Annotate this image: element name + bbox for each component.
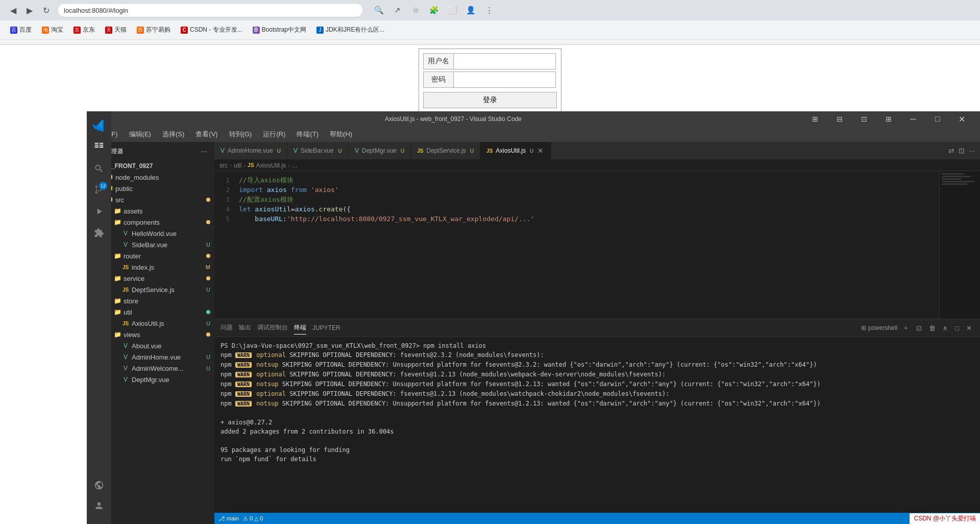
tab-adminhome-modified: U bbox=[277, 148, 281, 154]
tree-components-dot bbox=[206, 220, 210, 224]
bookmark-button[interactable]: ☆ bbox=[408, 3, 423, 17]
menu-help[interactable]: 帮助(H) bbox=[325, 128, 357, 141]
tab-adminhome-label: AdminHome.vue bbox=[228, 147, 273, 154]
login-button[interactable]: 登录 bbox=[423, 92, 557, 108]
bookmark-suning[interactable]: 苏 苏宁易购 bbox=[133, 23, 175, 36]
menu-edit[interactable]: 编辑(E) bbox=[124, 128, 156, 141]
vscode-minimize-btn[interactable]: ─ bbox=[901, 111, 925, 127]
bookmark-jdk[interactable]: J JDK和JRE有什么区... bbox=[312, 23, 388, 36]
vscode-split-btn[interactable]: ⊡ bbox=[852, 111, 876, 127]
terminal-tab-jupyter[interactable]: JUPYTER bbox=[312, 322, 340, 334]
bookmark-tmall[interactable]: 天 天猫 bbox=[101, 23, 131, 36]
warn-badge-5: WARN bbox=[235, 391, 252, 397]
menu-run[interactable]: 运行(R) bbox=[258, 128, 290, 141]
tab-deptservice[interactable]: JS DeptService.js U bbox=[411, 142, 480, 159]
terminal-tab-problems[interactable]: 问题 bbox=[220, 321, 233, 335]
code-editor-wrapper: 1 2 3 4 5 //导入axios模块 import axios from … bbox=[214, 171, 980, 319]
bookmark-csdn[interactable]: C CSDN - 专业开发... bbox=[177, 23, 247, 36]
terminal-add-btn[interactable]: ＋ bbox=[900, 322, 911, 334]
tree-helloworld-arrow bbox=[113, 229, 121, 237]
bookmark-baidu-icon: 百 bbox=[10, 27, 17, 34]
zoom-button[interactable]: 🔍 bbox=[372, 3, 386, 17]
terminal-tab-debug[interactable]: 调试控制台 bbox=[257, 321, 288, 335]
extension-button[interactable]: 🧩 bbox=[427, 3, 441, 17]
bookmark-baidu[interactable]: 百 百度 bbox=[6, 23, 36, 36]
compare-btn[interactable]: ⇄ bbox=[947, 146, 955, 156]
menu-terminal[interactable]: 终端(T) bbox=[291, 128, 324, 141]
breadcrumb-src: src bbox=[219, 162, 228, 169]
line-numbers: 1 2 3 4 5 bbox=[214, 171, 235, 319]
tab-axiosutil-close[interactable]: ✕ bbox=[536, 147, 545, 155]
password-input[interactable] bbox=[454, 72, 556, 88]
address-bar[interactable]: localhost:8080/#/login bbox=[57, 3, 363, 17]
tree-components-icon: 📁 bbox=[113, 218, 121, 226]
activity-account[interactable] bbox=[89, 495, 109, 516]
vscode-layout2-btn[interactable]: ⊟ bbox=[828, 111, 851, 127]
activity-remote-btn[interactable] bbox=[89, 475, 109, 495]
tab-deptservice-label: DeptService.js bbox=[427, 147, 466, 154]
share-button[interactable]: ↗ bbox=[390, 3, 404, 17]
vscode-logo[interactable] bbox=[89, 115, 109, 136]
terminal-up-btn[interactable]: ∧ bbox=[941, 323, 950, 333]
vscode-close-btn[interactable]: ✕ bbox=[950, 111, 974, 127]
breadcrumb: src › util › JS AxiosUtil.js › ... bbox=[214, 160, 980, 171]
tab-more-btn[interactable]: ··· bbox=[968, 146, 976, 156]
tree-sidebar-vue-arrow bbox=[113, 241, 121, 249]
menu-selection[interactable]: 选择(S) bbox=[157, 128, 189, 141]
tree-about-vue-arrow bbox=[113, 342, 121, 350]
forward-button[interactable]: ▶ bbox=[22, 3, 37, 17]
code-editor[interactable]: 1 2 3 4 5 //导入axios模块 import axios from … bbox=[214, 171, 939, 319]
split-editor-btn[interactable]: ⊡ bbox=[958, 146, 966, 156]
bookmarks-bar: 百 百度 淘 淘宝 京 京东 天 天猫 苏 苏宁易购 C CSDN - 专业开发… bbox=[0, 20, 980, 40]
activity-search[interactable] bbox=[89, 158, 109, 179]
menu-button[interactable]: ⋮ bbox=[482, 3, 496, 17]
terminal-shell-name: powershell bbox=[868, 324, 897, 331]
activity-run[interactable] bbox=[89, 201, 109, 222]
sidebar-more-btn[interactable]: ··· bbox=[200, 146, 208, 156]
breadcrumb-js-icon: JS bbox=[248, 162, 254, 168]
tree-service-icon: 📁 bbox=[113, 274, 121, 282]
terminal-split-btn[interactable]: ⊡ bbox=[914, 323, 924, 333]
tree-axiosutil-js-icon: JS bbox=[121, 319, 130, 327]
mini-line-3 bbox=[942, 178, 962, 180]
bookmark-bootstrap[interactable]: B Bootstrap中文网 bbox=[249, 23, 310, 36]
terminal-tab-output[interactable]: 输出 bbox=[239, 321, 251, 335]
username-input[interactable] bbox=[454, 53, 556, 69]
terminal-close-btn[interactable]: ✕ bbox=[964, 323, 974, 333]
terminal-tab-terminal[interactable]: 终端 bbox=[294, 321, 306, 335]
terminal-maximize-btn[interactable]: □ bbox=[953, 323, 961, 333]
tab-axiosutil[interactable]: JS AxiosUtil.js U ✕ bbox=[480, 142, 551, 159]
terminal-trash-btn[interactable]: 🗑 bbox=[927, 323, 938, 333]
tree-adminwelcome-vue-suffix: U bbox=[206, 365, 210, 371]
editor-area: V AdminHome.vue U V SideBar.vue U V Dept… bbox=[214, 142, 980, 524]
tab-axiosutil-modified: U bbox=[530, 148, 533, 154]
code-content[interactable]: //导入axios模块 import axios from 'axios' //… bbox=[235, 171, 939, 319]
tree-adminwelcome-vue-label: AdminWelcome... bbox=[132, 365, 204, 372]
mini-line-5 bbox=[942, 183, 967, 185]
status-errors: ⚠ 0 △ 0 bbox=[243, 515, 263, 522]
breadcrumb-sep3: › bbox=[288, 162, 290, 169]
reload-button[interactable]: ↻ bbox=[39, 3, 53, 17]
tab-deptmgr[interactable]: V DeptMgr.vue U bbox=[349, 142, 411, 159]
menu-goto[interactable]: 转到(G) bbox=[224, 128, 257, 141]
layout-button[interactable]: ⬜ bbox=[445, 3, 459, 17]
mini-line-4 bbox=[942, 181, 974, 182]
vscode-menubar: 文件(F) 编辑(E) 选择(S) 查看(V) 转到(G) 运行(R) 终端(T… bbox=[87, 127, 980, 142]
bookmark-jd[interactable]: 京 京东 bbox=[69, 23, 99, 36]
menu-view[interactable]: 查看(V) bbox=[190, 128, 223, 141]
vscode-grid-btn[interactable]: ⊞ bbox=[877, 111, 900, 127]
tree-views-dot bbox=[206, 332, 210, 337]
activity-explorer[interactable] bbox=[89, 137, 109, 157]
vscode-layout-btn[interactable]: ⊞ bbox=[803, 111, 827, 127]
tree-service-label: service bbox=[124, 275, 204, 282]
bookmark-suning-icon: 苏 bbox=[137, 27, 144, 34]
tab-sidebar-icon: V bbox=[293, 147, 298, 154]
activity-extensions[interactable] bbox=[89, 223, 109, 243]
tab-sidebar[interactable]: V SideBar.vue U bbox=[287, 142, 349, 159]
user-button[interactable]: 👤 bbox=[463, 3, 478, 17]
activity-source-control[interactable]: 12 bbox=[89, 180, 109, 200]
tab-adminhome[interactable]: V AdminHome.vue U bbox=[214, 142, 287, 159]
vscode-maximize-btn[interactable]: □ bbox=[926, 111, 949, 127]
back-button[interactable]: ◀ bbox=[6, 3, 20, 17]
bookmark-taobao[interactable]: 淘 淘宝 bbox=[38, 23, 67, 36]
